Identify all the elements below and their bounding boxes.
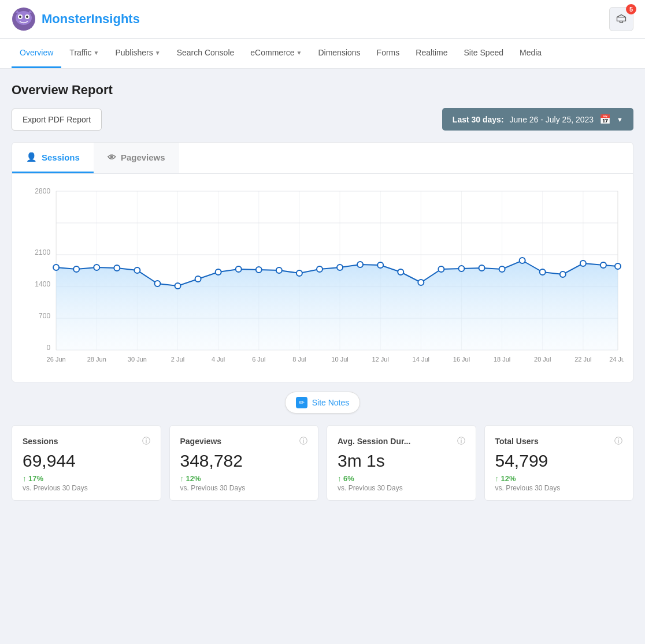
svg-point-49 (377, 262, 383, 268)
svg-text:20 Jul: 20 Jul (534, 356, 551, 363)
stats-grid: Sessions ⓘ 69,944 ↑ 17% vs. Previous 30 … (12, 425, 633, 501)
svg-point-60 (600, 262, 606, 268)
chart-area: 2800 2100 1400 700 0 (12, 174, 633, 382)
svg-point-33 (53, 265, 59, 270)
svg-point-56 (520, 258, 525, 263)
svg-point-44 (276, 267, 282, 273)
sessions-chart: 2800 2100 1400 700 0 (21, 180, 624, 376)
date-range-value: June 26 - July 25, 2023 (510, 115, 594, 124)
nav-item-dimensions[interactable]: Dimensions (310, 39, 368, 68)
chevron-down-icon: ▼ (296, 50, 302, 56)
monster-logo (12, 7, 36, 31)
svg-point-45 (296, 270, 302, 276)
svg-point-36 (114, 265, 120, 271)
svg-text:2800: 2800 (35, 187, 50, 195)
svg-point-38 (154, 281, 160, 286)
site-notes-row: ✏ Site Notes (12, 392, 633, 414)
stat-value: 69,944 (23, 451, 150, 471)
person-icon: 👤 (26, 152, 37, 162)
stat-label: Total Users (495, 437, 539, 446)
svg-point-53 (458, 266, 464, 271)
date-label: Last 30 days: (453, 115, 504, 124)
toolbar: Export PDF Report Last 30 days: June 26 … (12, 108, 633, 131)
stat-value: 3m 1s (338, 451, 465, 471)
logo-part1: Monster (42, 12, 91, 26)
stat-card-total-users: Total Users ⓘ 54,799 ↑ 12% vs. Previous … (484, 425, 634, 501)
nav-item-overview[interactable]: Overview (12, 39, 61, 68)
svg-text:28 Jun: 28 Jun (87, 356, 106, 363)
stat-change: ↑ 12% (180, 474, 308, 483)
svg-point-57 (540, 269, 546, 275)
info-icon[interactable]: ⓘ (299, 436, 307, 446)
header: MonsterInsights 5 (0, 0, 645, 39)
svg-point-43 (256, 267, 262, 273)
svg-text:8 Jul: 8 Jul (292, 356, 306, 363)
svg-point-35 (94, 265, 99, 270)
svg-point-59 (580, 260, 586, 266)
chart-tabs: 👤 Sessions 👁 Pageviews (12, 143, 633, 174)
stat-compare: vs. Previous 30 Days (23, 484, 150, 492)
svg-point-5 (26, 16, 28, 18)
stat-label: Sessions (23, 437, 58, 446)
nav-item-site-speed[interactable]: Site Speed (456, 39, 512, 68)
chevron-down-icon: ▼ (617, 116, 623, 123)
stat-header: Pageviews ⓘ (180, 436, 308, 446)
stat-compare: vs. Previous 30 Days (338, 484, 465, 492)
stat-change: ↑ 12% (495, 474, 623, 483)
info-icon[interactable]: ⓘ (142, 436, 150, 446)
nav-item-traffic[interactable]: Traffic ▼ (61, 39, 107, 68)
nav-item-media[interactable]: Media (511, 39, 550, 68)
site-notes-label: Site Notes (312, 398, 350, 407)
svg-point-51 (418, 280, 424, 285)
svg-text:18 Jul: 18 Jul (494, 356, 510, 363)
info-icon[interactable]: ⓘ (457, 436, 465, 446)
nav-item-ecommerce[interactable]: eCommerce ▼ (242, 39, 310, 68)
svg-point-52 (438, 266, 444, 272)
svg-text:1400: 1400 (35, 280, 50, 288)
pencil-icon: ✏ (296, 397, 307, 408)
export-pdf-button[interactable]: Export PDF Report (12, 109, 102, 131)
nav-item-search-console[interactable]: Search Console (169, 39, 243, 68)
svg-text:12 Jul: 12 Jul (372, 356, 388, 363)
main-content: Overview Report Export PDF Report Last 3… (0, 69, 645, 515)
stat-header: Sessions ⓘ (23, 436, 150, 446)
tab-sessions[interactable]: 👤 Sessions (12, 143, 94, 173)
notification-badge: 5 (626, 4, 636, 14)
svg-point-48 (357, 262, 363, 267)
svg-point-41 (216, 269, 221, 275)
nav-item-realtime[interactable]: Realtime (407, 39, 455, 68)
svg-text:4 Jul: 4 Jul (212, 356, 225, 363)
svg-text:0: 0 (46, 344, 50, 352)
svg-point-55 (499, 266, 505, 272)
date-range-button[interactable]: Last 30 days: June 26 - July 25, 2023 📅 … (442, 108, 633, 131)
nav-item-forms[interactable]: Forms (369, 39, 408, 68)
notification-button[interactable]: 5 (609, 7, 633, 31)
nav-item-publishers[interactable]: Publishers ▼ (107, 39, 168, 68)
svg-point-47 (337, 265, 343, 270)
info-icon[interactable]: ⓘ (614, 436, 622, 446)
svg-point-39 (175, 283, 181, 289)
svg-point-37 (134, 267, 140, 273)
tab-pageviews[interactable]: 👁 Pageviews (94, 143, 179, 173)
svg-point-50 (398, 269, 403, 275)
logo-text: MonsterInsights (42, 12, 140, 27)
stat-value: 54,799 (495, 451, 623, 471)
svg-text:2 Jul: 2 Jul (171, 356, 184, 363)
stat-value: 348,782 (180, 451, 308, 471)
stat-header: Total Users ⓘ (495, 436, 623, 446)
stat-change: ↑ 17% (23, 474, 150, 483)
stat-compare: vs. Previous 30 Days (180, 484, 308, 492)
chart-card: 👤 Sessions 👁 Pageviews (12, 142, 633, 382)
logo-part2: Insights (91, 12, 140, 26)
svg-text:16 Jul: 16 Jul (453, 356, 470, 363)
stat-label: Avg. Session Dur... (338, 437, 410, 446)
inbox-icon (616, 13, 627, 25)
chart-wrapper: 2800 2100 1400 700 0 (21, 180, 624, 376)
svg-text:24 Jul: 24 Jul (609, 356, 624, 363)
stat-compare: vs. Previous 30 Days (495, 484, 623, 492)
svg-point-40 (195, 276, 201, 282)
chevron-down-icon: ▼ (93, 50, 99, 56)
header-right: 5 (609, 7, 633, 31)
site-notes-button[interactable]: ✏ Site Notes (285, 392, 361, 414)
svg-point-34 (73, 266, 79, 272)
